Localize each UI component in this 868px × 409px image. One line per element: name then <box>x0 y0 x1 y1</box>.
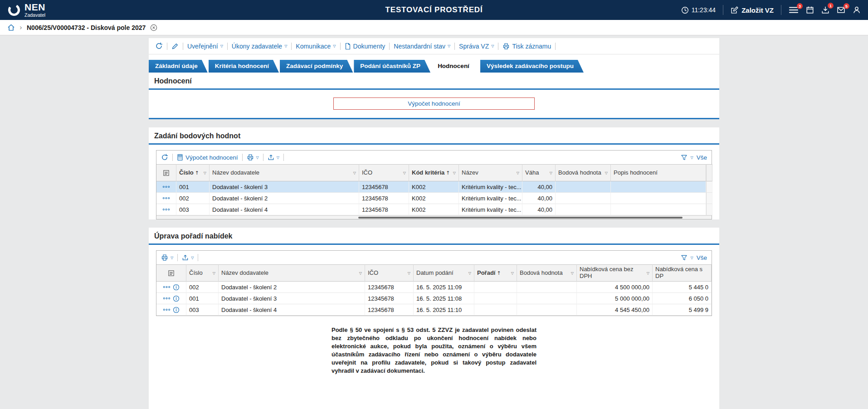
row-actions-button[interactable] <box>156 282 186 293</box>
col-header-bodova-hodnota[interactable]: Bodová hodnota▽ <box>517 264 577 282</box>
caret-down-icon[interactable]: ▽ <box>691 156 693 160</box>
cell-dodavatel: Dodavatel - školení 4 <box>219 304 365 316</box>
caret-down-icon[interactable]: ▽ <box>691 256 693 260</box>
filter-caret-icon[interactable]: ▽ <box>408 271 410 275</box>
col-header-cislo[interactable]: Číslo↑▽ <box>176 164 210 181</box>
calendar-button[interactable] <box>806 6 814 14</box>
cell-bodova[interactable] <box>556 193 611 204</box>
cell-poradi[interactable] <box>474 304 517 316</box>
filter-caret-icon[interactable]: ▽ <box>511 271 514 275</box>
cell-poradi[interactable] <box>474 293 517 304</box>
nen-logo[interactable]: NEN Zadavatel <box>7 2 45 18</box>
col-header-ico[interactable]: IČO▽ <box>359 164 409 181</box>
cell-popis[interactable] <box>611 193 706 204</box>
downloads-button[interactable]: 1 <box>821 6 829 14</box>
horizontal-scrollbar[interactable] <box>156 215 712 219</box>
info-icon[interactable] <box>173 295 180 302</box>
tab-vysledek[interactable]: Výsledek zadávacího postupu <box>480 60 584 73</box>
grid-export-button[interactable]: ▽ <box>182 254 194 261</box>
tab-zadavaci-podminky[interactable]: Zadávací podmínky <box>280 60 353 73</box>
scrollbar-track[interactable] <box>706 193 712 204</box>
col-header-ico[interactable]: IČO▽ <box>365 264 414 282</box>
cell-popis[interactable] <box>611 181 706 193</box>
col-header-kod-kriteria[interactable]: Kód kritéria↑▽ <box>409 164 459 181</box>
edit-button[interactable] <box>171 43 179 50</box>
cell-bodova[interactable] <box>556 204 611 215</box>
filter-icon[interactable] <box>681 254 688 261</box>
vypocet-hodnoceni-button[interactable]: Výpočet hodnocení <box>333 97 535 110</box>
cell-cena-s: 6 050 0 <box>653 293 712 304</box>
profile-button[interactable] <box>853 6 861 14</box>
row-actions-button[interactable] <box>156 204 176 215</box>
close-record-icon[interactable] <box>150 24 157 31</box>
tab-kriteria-hodnoceni[interactable]: Kritéria hodnocení <box>209 60 279 73</box>
scrollbar-track[interactable] <box>706 204 712 215</box>
filter-caret-icon[interactable]: ▽ <box>213 271 215 275</box>
info-icon[interactable] <box>173 307 180 313</box>
grid-settings-icon[interactable] <box>156 164 176 181</box>
cell-bodova[interactable] <box>556 181 611 193</box>
filter-caret-icon[interactable]: ▽ <box>353 171 356 175</box>
cell-cislo: 001 <box>186 293 219 304</box>
cell-vaha: 40,00 <box>522 204 556 215</box>
filter-caret-icon[interactable]: ▽ <box>605 171 608 175</box>
filter-caret-icon[interactable]: ▽ <box>647 271 649 275</box>
filter-caret-icon[interactable]: ▽ <box>571 271 574 275</box>
cell-poradi[interactable] <box>474 282 517 293</box>
scrollbar-track[interactable] <box>706 181 712 193</box>
tab-zakladni-udaje[interactable]: Základní údaje <box>149 60 208 73</box>
menu-uverejneni[interactable]: Uveřejnění▽ <box>187 43 223 50</box>
grid-settings-icon[interactable] <box>156 264 186 282</box>
menu-nestandardni-stav[interactable]: Nestandardní stav▽ <box>394 43 450 50</box>
divider <box>183 43 183 50</box>
filter-caret-icon[interactable]: ▽ <box>468 271 471 275</box>
home-icon[interactable] <box>7 24 15 31</box>
menu-sprava-vz[interactable]: Správa VZ▽ <box>459 43 494 50</box>
filter-vse-dropdown[interactable]: Vše <box>697 254 707 261</box>
col-header-cena-s-dph[interactable]: Nabídková cena s DP <box>653 264 712 282</box>
filter-caret-icon[interactable]: ▽ <box>204 171 206 175</box>
menu-dokumenty[interactable]: Dokumenty <box>345 43 385 50</box>
col-header-cena-bez-dph[interactable]: Nabídková cena bez DPH▽ <box>577 264 653 282</box>
menu-tisk-zaznamu[interactable]: Tisk záznamu <box>502 43 551 50</box>
row-actions-button[interactable] <box>156 304 186 316</box>
grid-export-button[interactable]: ▽ <box>268 154 279 161</box>
menu-komunikace[interactable]: Komunikace▽ <box>296 43 336 50</box>
filter-vse-dropdown[interactable]: Vše <box>697 154 707 161</box>
col-header-popis-hodnoceni[interactable]: Popis hodnocení <box>611 164 706 181</box>
col-header-nazev-dodavatele[interactable]: Název dodavatele▽ <box>219 264 365 282</box>
filter-caret-icon[interactable]: ▽ <box>517 171 519 175</box>
grid-refresh-button[interactable] <box>161 154 168 161</box>
scrollbar-track[interactable] <box>706 164 712 181</box>
record-title[interactable]: N006/25/V00004732 - Disková pole 2027 <box>27 24 146 31</box>
divider <box>340 43 341 50</box>
col-header-nazev-dodavatele[interactable]: Název dodavatele▽ <box>210 164 359 181</box>
tab-podani-ucastniku[interactable]: Podání účastníků ZP <box>354 60 430 73</box>
row-actions-button[interactable] <box>156 293 186 304</box>
col-header-vaha[interactable]: Váha▽ <box>522 164 556 181</box>
filter-caret-icon[interactable]: ▽ <box>550 171 552 175</box>
grid-print-button[interactable]: ▽ <box>161 254 173 261</box>
refresh-button[interactable] <box>155 42 163 50</box>
col-header-nazev[interactable]: Název▽ <box>459 164 522 181</box>
menu-button[interactable]: 3 <box>789 6 799 14</box>
grid-print-button[interactable]: ▽ <box>247 154 259 161</box>
menu-ukony-zadavatele[interactable]: Úkony zadavatele▽ <box>232 43 287 50</box>
messages-button[interactable]: 5 <box>837 6 845 14</box>
row-actions-button[interactable] <box>156 193 176 204</box>
filter-caret-icon[interactable]: ▽ <box>453 171 456 175</box>
scrollbar-thumb[interactable] <box>358 217 683 219</box>
col-header-bodova-hodnota[interactable]: Bodová hodnota▽ <box>556 164 611 181</box>
info-icon[interactable] <box>173 284 180 291</box>
cell-popis[interactable] <box>611 204 706 215</box>
col-header-cislo[interactable]: Číslo▽ <box>186 264 219 282</box>
filter-icon[interactable] <box>681 154 688 161</box>
grid-vypocet-hodnoceni-button[interactable]: Výpočet hodnocení <box>177 154 238 161</box>
col-header-datum-podani[interactable]: Datum podání▽ <box>414 264 474 282</box>
col-header-poradi[interactable]: Pořadí↑▽ <box>474 264 517 282</box>
filter-caret-icon[interactable]: ▽ <box>359 271 362 275</box>
create-vz-button[interactable]: Založit VZ <box>731 6 774 14</box>
tab-hodnoceni[interactable]: Hodnocení <box>431 60 479 73</box>
row-actions-button[interactable] <box>156 181 176 193</box>
filter-caret-icon[interactable]: ▽ <box>403 171 406 175</box>
